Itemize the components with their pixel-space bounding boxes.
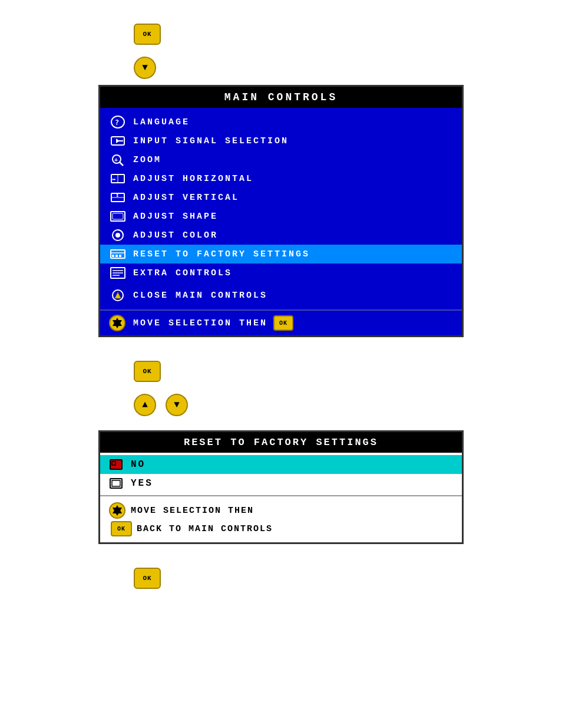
section1-icons: OK	[98, 18, 464, 51]
svg-text:+: +	[114, 156, 119, 163]
reset-panel: RESET TO FACTORY SETTINGS NO	[98, 430, 464, 544]
reset-footer-line2: OK BACK TO MAIN CONTROLS	[108, 520, 454, 538]
ok-button-1[interactable]: OK	[134, 24, 161, 45]
menu-item-extra-controls-label: EXTRA CONTROLS	[133, 268, 232, 278]
menu-item-adjust-shape[interactable]: ADJUST SHAPE	[100, 207, 462, 226]
input-signal-icon	[110, 134, 126, 147]
adjust-shape-icon	[110, 210, 126, 223]
main-controls-footer: MOVE SELECTION THEN OK	[100, 309, 462, 335]
down-arrow-btn-1[interactable]: ▼	[134, 57, 156, 79]
svg-rect-14	[111, 212, 125, 221]
reset-item-yes[interactable]: YES	[100, 474, 462, 493]
menu-item-input-signal[interactable]: INPUT SIGNAL SELECTION	[100, 131, 462, 150]
menu-item-adjust-color[interactable]: ADJUST COLOR	[100, 226, 462, 245]
adjust-v-icon: ↕	[110, 191, 126, 204]
reset-factory-icon	[110, 248, 126, 261]
menu-item-adjust-shape-label: ADJUST SHAPE	[133, 212, 218, 222]
svg-text:↕: ↕	[115, 192, 120, 198]
reset-footer-line1: MOVE SELECTION THEN	[108, 501, 454, 520]
main-controls-panel: MAIN CONTROLS ? LANGUAGE	[98, 85, 464, 337]
svg-rect-34	[112, 462, 115, 465]
main-controls-items: ? LANGUAGE INPUT SIGNAL SELECTION	[100, 108, 462, 309]
adjust-color-icon	[110, 229, 126, 242]
menu-item-language[interactable]: ? LANGUAGE	[100, 113, 462, 131]
menu-item-close-label: CLOSE MAIN CONTROLS	[133, 291, 267, 301]
ok-button-2[interactable]: OK	[134, 361, 161, 382]
menu-item-reset-factory-label: RESET TO FACTORY SETTINGS	[133, 249, 310, 259]
reset-item-no-label: NO	[131, 459, 146, 470]
section3-ok: OK	[98, 562, 464, 595]
menu-item-adjust-h-label: ADJUST HORIZONTAL	[133, 174, 253, 184]
svg-rect-22	[119, 255, 121, 257]
section2-nav: ▲ ▼	[98, 388, 464, 422]
menu-item-zoom-label: ZOOM	[133, 155, 161, 165]
main-controls-title: MAIN CONTROLS	[100, 87, 462, 108]
reset-item-yes-label: YES	[131, 478, 153, 489]
ok-button-3[interactable]: OK	[134, 568, 161, 589]
reset-panel-title: RESET TO FACTORY SETTINGS	[100, 432, 462, 453]
menu-item-reset-factory[interactable]: RESET TO FACTORY SETTINGS	[100, 245, 462, 263]
reset-footer: MOVE SELECTION THEN OK BACK TO MAIN CONT…	[100, 496, 462, 542]
reset-items-list: NO YES	[100, 453, 462, 496]
reset-footer-move-label: MOVE SELECTION THEN	[131, 506, 254, 516]
yes-icon	[110, 478, 123, 489]
menu-item-language-label: LANGUAGE	[133, 117, 190, 127]
svg-marker-28	[115, 292, 121, 298]
svg-rect-15	[113, 213, 123, 219]
svg-point-17	[115, 233, 120, 238]
close-icon	[110, 289, 126, 302]
menu-item-adjust-v-label: ADJUST VERTICAL	[133, 193, 239, 203]
reset-item-no[interactable]: NO	[100, 455, 462, 474]
footer-move-label: MOVE SELECTION THEN	[133, 318, 267, 328]
section1-nav: ▼	[98, 51, 464, 85]
menu-item-close[interactable]: CLOSE MAIN CONTROLS	[100, 286, 462, 305]
menu-item-adjust-v[interactable]: ↕ ADJUST VERTICAL	[100, 188, 462, 207]
svg-marker-4	[116, 139, 120, 143]
section2-ok: OK	[98, 355, 464, 388]
svg-rect-21	[115, 255, 118, 257]
menu-item-input-label: INPUT SIGNAL SELECTION	[133, 136, 289, 146]
footer-ok-btn[interactable]: OK	[273, 315, 293, 331]
language-icon: ?	[110, 116, 126, 129]
menu-item-adjust-h[interactable]: ↔ ADJUST HORIZONTAL	[100, 169, 462, 188]
svg-rect-36	[112, 480, 120, 486]
reset-footer-ok-icon[interactable]: OK	[111, 521, 132, 536]
svg-line-6	[120, 162, 123, 166]
extra-controls-icon	[110, 266, 126, 279]
svg-rect-20	[112, 255, 114, 257]
up-arrow-btn-2[interactable]: ▲	[134, 394, 156, 416]
footer-nav-icons	[108, 315, 127, 331]
no-icon	[110, 459, 123, 470]
menu-item-extra-controls[interactable]: EXTRA CONTROLS	[100, 263, 462, 282]
reset-footer-back-label: BACK TO MAIN CONTROLS	[137, 524, 273, 534]
svg-text:↔: ↔	[112, 176, 117, 182]
zoom-icon: +	[110, 153, 126, 166]
svg-text:?: ?	[115, 118, 120, 127]
menu-item-zoom[interactable]: + ZOOM	[100, 150, 462, 169]
menu-item-adjust-color-label: ADJUST COLOR	[133, 230, 218, 241]
adjust-h-icon: ↔	[110, 172, 126, 185]
down-arrow-btn-2[interactable]: ▼	[166, 394, 188, 416]
